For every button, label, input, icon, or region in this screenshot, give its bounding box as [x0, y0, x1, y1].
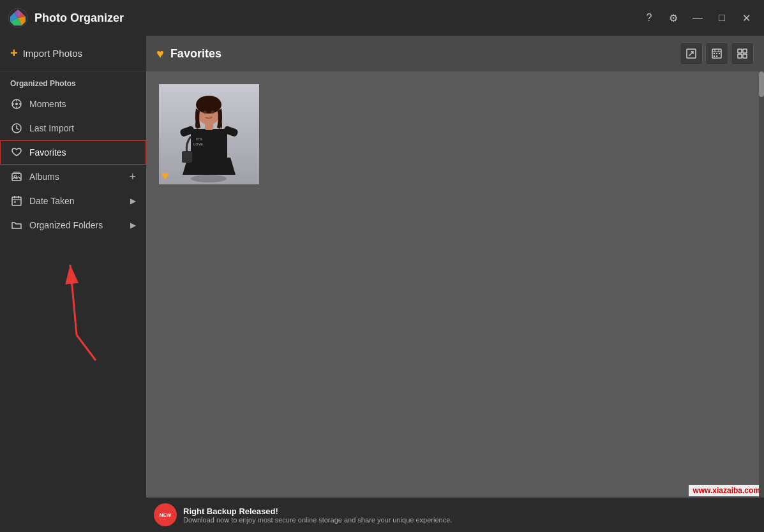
svg-rect-31: [738, 54, 742, 58]
sidebar: + Import Photos Organized Photos Moments: [0, 36, 146, 532]
last-import-icon: [10, 122, 23, 135]
titlebar: Photo Organizer ? ⚙ — □ ✕: [0, 0, 764, 36]
sidebar-item-last-import[interactable]: Last Import: [0, 116, 146, 140]
svg-line-17: [70, 265, 77, 335]
svg-rect-26: [719, 53, 720, 54]
svg-rect-15: [14, 201, 16, 203]
svg-point-44: [196, 96, 221, 114]
maximize-button[interactable]: □: [712, 8, 732, 28]
content-header: ♥ Favorites: [146, 36, 764, 71]
date-taken-extra: ▶: [130, 196, 136, 205]
scrollbar-track[interactable]: [759, 71, 764, 512]
last-import-label: Last Import: [29, 123, 136, 133]
import-photos-button[interactable]: + Import Photos: [0, 36, 146, 71]
svg-rect-24: [714, 53, 715, 54]
svg-line-18: [77, 335, 96, 360]
svg-rect-11: [12, 197, 21, 205]
moments-icon: [10, 98, 23, 110]
add-album-button[interactable]: +: [129, 171, 136, 182]
titlebar-controls: ? ⚙ — □ ✕: [639, 8, 756, 28]
svg-rect-28: [716, 55, 717, 57]
date-taken-label: Date Taken: [29, 196, 124, 206]
svg-rect-47: [182, 151, 192, 163]
organized-photos-title: Organized Photos: [0, 71, 146, 92]
notification-icon: NEW: [154, 503, 177, 526]
sidebar-item-albums[interactable]: Albums +: [0, 165, 146, 189]
app-title: Photo Organizer: [34, 11, 124, 25]
svg-point-46: [211, 111, 214, 114]
import-photos-label: Import Photos: [23, 48, 82, 59]
svg-rect-32: [743, 54, 747, 58]
svg-rect-9: [13, 172, 20, 174]
favorites-heart-icon: ♥: [156, 47, 164, 61]
notification-text: Right Backup Released! Download now to e…: [183, 506, 756, 524]
date-taken-icon: [10, 195, 23, 207]
titlebar-left: Photo Organizer: [8, 8, 124, 28]
sidebar-item-organized-folders[interactable]: Organized Folders ▶: [0, 213, 146, 237]
content-title-label: Favorites: [170, 47, 221, 61]
content-area: ♥ Favorites: [146, 36, 764, 532]
notification-description: Download now to enjoy most secure online…: [183, 516, 756, 524]
photo-thumbnail: IT'S LOVE: [159, 84, 259, 184]
settings-button[interactable]: ⚙: [663, 8, 684, 28]
export-view-button[interactable]: [680, 42, 703, 65]
view-controls: [680, 42, 754, 65]
sidebar-item-moments[interactable]: Moments: [0, 92, 146, 116]
date-taken-chevron-icon: ▶: [130, 196, 136, 205]
favorites-label: Favorites: [29, 147, 136, 158]
minimize-button[interactable]: —: [687, 8, 708, 28]
albums-extra: +: [129, 171, 136, 182]
main-layout: + Import Photos Organized Photos Moments: [0, 36, 764, 532]
svg-point-35: [191, 175, 227, 182]
moments-label: Moments: [29, 99, 136, 109]
albums-icon: [10, 170, 23, 183]
svg-point-2: [15, 103, 18, 105]
plus-icon: +: [10, 46, 18, 61]
svg-rect-29: [738, 49, 742, 53]
watermark: www.xiazaiba.com: [689, 485, 764, 496]
organized-folders-label: Organized Folders: [29, 220, 124, 230]
organized-folders-chevron-icon: ▶: [130, 221, 136, 230]
photo-favorite-badge: ♥: [161, 169, 169, 182]
organized-folders-icon: [10, 219, 23, 232]
close-button[interactable]: ✕: [736, 8, 756, 28]
sidebar-item-date-taken[interactable]: Date Taken ▶: [0, 189, 146, 213]
svg-text:IT'S: IT'S: [196, 137, 202, 141]
photo-grid: IT'S LOVE: [146, 71, 764, 512]
svg-text:LOVE: LOVE: [193, 142, 203, 146]
notification-title: Right Backup Released!: [183, 506, 756, 516]
content-title: ♥ Favorites: [156, 47, 221, 61]
svg-point-45: [204, 111, 207, 114]
photo-svg: IT'S LOVE: [159, 84, 259, 184]
calendar-view-button[interactable]: [705, 42, 728, 65]
sidebar-item-favorites[interactable]: Favorites: [0, 140, 146, 165]
notification-bar: NEW Right Backup Released! Download now …: [146, 498, 764, 532]
app-logo: [8, 8, 28, 28]
svg-rect-27: [714, 55, 715, 57]
organized-folders-extra: ▶: [130, 221, 136, 230]
albums-label: Albums: [29, 172, 123, 182]
photo-item[interactable]: IT'S LOVE: [159, 84, 259, 184]
new-badge: NEW: [158, 512, 174, 519]
svg-rect-25: [716, 53, 717, 54]
grid-view-button[interactable]: [731, 42, 754, 65]
favorites-icon: [10, 146, 23, 159]
help-button[interactable]: ?: [639, 8, 659, 28]
svg-rect-30: [743, 49, 747, 53]
scrollbar-thumb[interactable]: [759, 71, 764, 97]
